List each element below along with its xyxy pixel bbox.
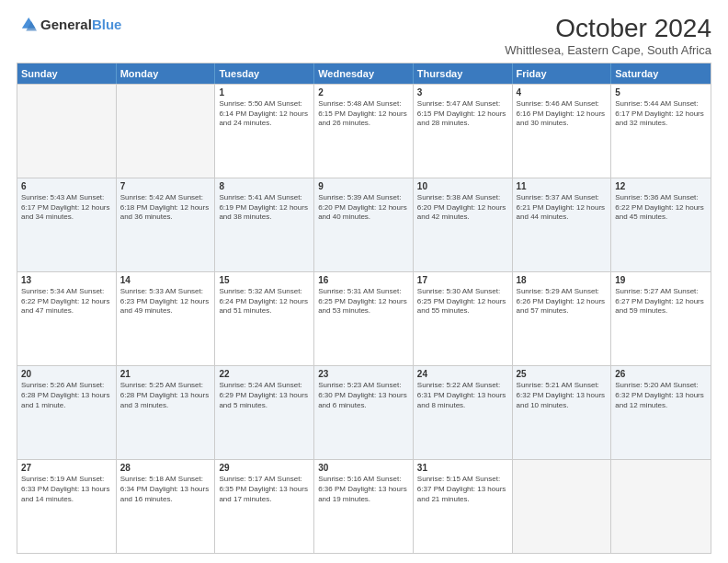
day-number: 18 bbox=[517, 275, 608, 285]
day-number: 30 bbox=[318, 463, 409, 473]
cal-cell-1-7: 5Sunrise: 5:44 AM Sunset: 6:17 PM Daylig… bbox=[611, 85, 711, 178]
cal-cell-1-4: 2Sunrise: 5:48 AM Sunset: 6:15 PM Daylig… bbox=[314, 85, 414, 178]
calendar-header: Sunday Monday Tuesday Wednesday Thursday… bbox=[17, 63, 711, 84]
day-number: 17 bbox=[417, 275, 508, 285]
header-tuesday: Tuesday bbox=[215, 63, 314, 84]
day-number: 19 bbox=[615, 275, 707, 285]
cell-info: Sunrise: 5:26 AM Sunset: 6:28 PM Dayligh… bbox=[21, 381, 112, 410]
cal-cell-1-1 bbox=[17, 85, 117, 178]
cell-info: Sunrise: 5:46 AM Sunset: 6:16 PM Dayligh… bbox=[517, 99, 608, 129]
cell-info: Sunrise: 5:22 AM Sunset: 6:31 PM Dayligh… bbox=[417, 381, 508, 410]
cell-info: Sunrise: 5:32 AM Sunset: 6:24 PM Dayligh… bbox=[219, 287, 310, 316]
day-number: 22 bbox=[219, 369, 310, 379]
month-title: October 2024 bbox=[505, 15, 711, 43]
day-number: 3 bbox=[417, 87, 508, 98]
cell-info: Sunrise: 5:17 AM Sunset: 6:35 PM Dayligh… bbox=[219, 475, 310, 504]
header-thursday: Thursday bbox=[414, 63, 513, 84]
cal-cell-3-2: 14Sunrise: 5:33 AM Sunset: 6:23 PM Dayli… bbox=[117, 272, 216, 365]
title-block: October 2024 Whittlesea, Eastern Cape, S… bbox=[505, 15, 711, 57]
day-number: 27 bbox=[21, 463, 112, 473]
cal-cell-3-6: 18Sunrise: 5:29 AM Sunset: 6:26 PM Dayli… bbox=[513, 272, 612, 365]
day-number: 13 bbox=[21, 275, 112, 285]
cal-cell-2-5: 10Sunrise: 5:38 AM Sunset: 6:20 PM Dayli… bbox=[414, 178, 513, 271]
cal-cell-5-1: 27Sunrise: 5:19 AM Sunset: 6:33 PM Dayli… bbox=[17, 460, 117, 553]
cal-cell-2-6: 11Sunrise: 5:37 AM Sunset: 6:21 PM Dayli… bbox=[513, 178, 612, 271]
cal-cell-2-4: 9Sunrise: 5:39 AM Sunset: 6:20 PM Daylig… bbox=[314, 178, 414, 271]
header-wednesday: Wednesday bbox=[314, 63, 414, 84]
page: GeneralBlue October 2024 Whittlesea, Eas… bbox=[0, 0, 728, 563]
day-number: 14 bbox=[120, 275, 211, 285]
header-monday: Monday bbox=[117, 63, 216, 84]
location: Whittlesea, Eastern Cape, South Africa bbox=[505, 43, 711, 57]
day-number: 31 bbox=[417, 463, 508, 473]
cal-cell-5-2: 28Sunrise: 5:18 AM Sunset: 6:34 PM Dayli… bbox=[117, 460, 216, 553]
day-number: 1 bbox=[219, 87, 310, 98]
cell-info: Sunrise: 5:44 AM Sunset: 6:17 PM Dayligh… bbox=[615, 99, 707, 129]
cal-week-3: 13Sunrise: 5:34 AM Sunset: 6:22 PM Dayli… bbox=[17, 271, 711, 365]
day-number: 6 bbox=[21, 181, 112, 191]
cal-cell-2-3: 8Sunrise: 5:41 AM Sunset: 6:19 PM Daylig… bbox=[215, 178, 314, 271]
cal-cell-4-5: 24Sunrise: 5:22 AM Sunset: 6:31 PM Dayli… bbox=[414, 366, 513, 459]
header-saturday: Saturday bbox=[611, 63, 711, 84]
day-number: 23 bbox=[318, 369, 409, 379]
cell-info: Sunrise: 5:27 AM Sunset: 6:27 PM Dayligh… bbox=[615, 287, 707, 316]
cal-cell-4-7: 26Sunrise: 5:20 AM Sunset: 6:32 PM Dayli… bbox=[611, 366, 711, 459]
cal-cell-3-1: 13Sunrise: 5:34 AM Sunset: 6:22 PM Dayli… bbox=[17, 272, 117, 365]
cell-info: Sunrise: 5:33 AM Sunset: 6:23 PM Dayligh… bbox=[120, 287, 211, 316]
day-number: 28 bbox=[120, 463, 211, 473]
day-number: 20 bbox=[21, 369, 112, 379]
cell-info: Sunrise: 5:43 AM Sunset: 6:17 PM Dayligh… bbox=[21, 193, 112, 223]
cell-info: Sunrise: 5:37 AM Sunset: 6:21 PM Dayligh… bbox=[517, 193, 608, 223]
cell-info: Sunrise: 5:36 AM Sunset: 6:22 PM Dayligh… bbox=[615, 193, 707, 223]
logo: GeneralBlue bbox=[17, 15, 121, 35]
cell-info: Sunrise: 5:20 AM Sunset: 6:32 PM Dayligh… bbox=[615, 381, 707, 410]
cal-week-4: 20Sunrise: 5:26 AM Sunset: 6:28 PM Dayli… bbox=[17, 365, 711, 459]
cal-week-2: 6Sunrise: 5:43 AM Sunset: 6:17 PM Daylig… bbox=[17, 178, 711, 271]
cell-info: Sunrise: 5:19 AM Sunset: 6:33 PM Dayligh… bbox=[21, 475, 112, 504]
cal-cell-4-4: 23Sunrise: 5:23 AM Sunset: 6:30 PM Dayli… bbox=[314, 366, 414, 459]
cal-cell-2-1: 6Sunrise: 5:43 AM Sunset: 6:17 PM Daylig… bbox=[17, 178, 117, 271]
cal-cell-5-5: 31Sunrise: 5:15 AM Sunset: 6:37 PM Dayli… bbox=[414, 460, 513, 553]
cal-cell-5-6 bbox=[513, 460, 612, 553]
header: GeneralBlue October 2024 Whittlesea, Eas… bbox=[17, 15, 711, 57]
logo-icon bbox=[17, 15, 37, 35]
logo-general: General bbox=[40, 17, 92, 32]
cal-cell-1-6: 4Sunrise: 5:46 AM Sunset: 6:16 PM Daylig… bbox=[513, 85, 612, 178]
day-number: 21 bbox=[120, 369, 211, 379]
cal-cell-5-3: 29Sunrise: 5:17 AM Sunset: 6:35 PM Dayli… bbox=[215, 460, 314, 553]
cal-cell-2-7: 12Sunrise: 5:36 AM Sunset: 6:22 PM Dayli… bbox=[611, 178, 711, 271]
cell-info: Sunrise: 5:38 AM Sunset: 6:20 PM Dayligh… bbox=[417, 193, 508, 223]
cell-info: Sunrise: 5:23 AM Sunset: 6:30 PM Dayligh… bbox=[318, 381, 409, 410]
cell-info: Sunrise: 5:25 AM Sunset: 6:28 PM Dayligh… bbox=[120, 381, 211, 410]
cell-info: Sunrise: 5:47 AM Sunset: 6:15 PM Dayligh… bbox=[417, 99, 508, 129]
cal-cell-2-2: 7Sunrise: 5:42 AM Sunset: 6:18 PM Daylig… bbox=[117, 178, 216, 271]
cell-info: Sunrise: 5:24 AM Sunset: 6:29 PM Dayligh… bbox=[219, 381, 310, 410]
calendar-body: 1Sunrise: 5:50 AM Sunset: 6:14 PM Daylig… bbox=[17, 84, 711, 553]
cell-info: Sunrise: 5:34 AM Sunset: 6:22 PM Dayligh… bbox=[21, 287, 112, 316]
cell-info: Sunrise: 5:21 AM Sunset: 6:32 PM Dayligh… bbox=[517, 381, 608, 410]
day-number: 24 bbox=[417, 369, 508, 379]
cal-week-1: 1Sunrise: 5:50 AM Sunset: 6:14 PM Daylig… bbox=[17, 84, 711, 178]
cal-cell-3-7: 19Sunrise: 5:27 AM Sunset: 6:27 PM Dayli… bbox=[611, 272, 711, 365]
cal-cell-4-3: 22Sunrise: 5:24 AM Sunset: 6:29 PM Dayli… bbox=[215, 366, 314, 459]
cal-cell-1-2 bbox=[117, 85, 216, 178]
cal-cell-4-1: 20Sunrise: 5:26 AM Sunset: 6:28 PM Dayli… bbox=[17, 366, 117, 459]
cal-cell-3-4: 16Sunrise: 5:31 AM Sunset: 6:25 PM Dayli… bbox=[314, 272, 414, 365]
day-number: 5 bbox=[615, 87, 707, 98]
day-number: 2 bbox=[318, 87, 409, 98]
day-number: 7 bbox=[120, 181, 211, 191]
cal-cell-5-4: 30Sunrise: 5:16 AM Sunset: 6:36 PM Dayli… bbox=[314, 460, 414, 553]
logo-blue: Blue bbox=[92, 17, 122, 32]
cell-info: Sunrise: 5:18 AM Sunset: 6:34 PM Dayligh… bbox=[120, 475, 211, 504]
cell-info: Sunrise: 5:50 AM Sunset: 6:14 PM Dayligh… bbox=[219, 99, 310, 129]
cell-info: Sunrise: 5:15 AM Sunset: 6:37 PM Dayligh… bbox=[417, 475, 508, 504]
day-number: 11 bbox=[517, 181, 608, 191]
day-number: 10 bbox=[417, 181, 508, 191]
day-number: 15 bbox=[219, 275, 310, 285]
cell-info: Sunrise: 5:16 AM Sunset: 6:36 PM Dayligh… bbox=[318, 475, 409, 504]
header-sunday: Sunday bbox=[17, 63, 117, 84]
cal-week-5: 27Sunrise: 5:19 AM Sunset: 6:33 PM Dayli… bbox=[17, 459, 711, 553]
cell-info: Sunrise: 5:42 AM Sunset: 6:18 PM Dayligh… bbox=[120, 193, 211, 223]
cell-info: Sunrise: 5:39 AM Sunset: 6:20 PM Dayligh… bbox=[318, 193, 409, 223]
cell-info: Sunrise: 5:29 AM Sunset: 6:26 PM Dayligh… bbox=[517, 287, 608, 316]
